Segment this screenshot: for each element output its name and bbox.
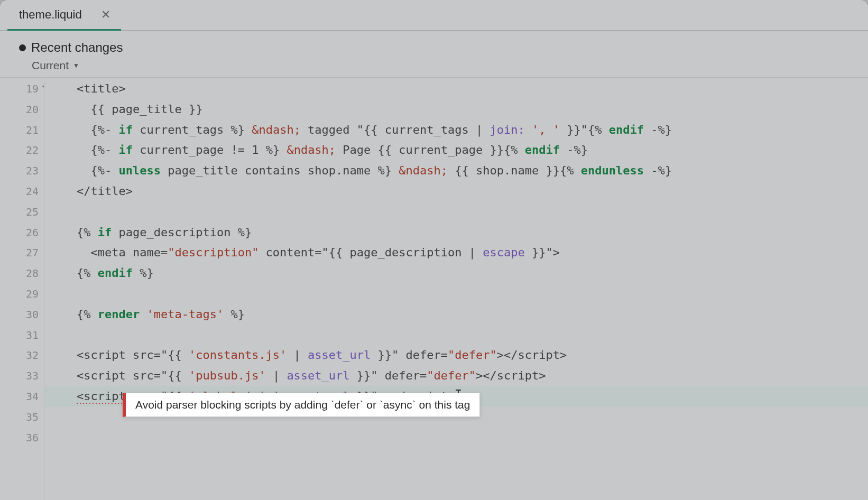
unsaved-dot-icon bbox=[19, 44, 26, 51]
tag: <title> bbox=[77, 82, 126, 95]
caret-down-icon: ▼ bbox=[73, 62, 79, 69]
line-number: 28 bbox=[0, 263, 44, 284]
line-number: 29 bbox=[0, 284, 44, 304]
line-number: 25 bbox=[0, 202, 44, 223]
line-number: 31 bbox=[0, 325, 44, 346]
line-number: 27 bbox=[0, 243, 44, 263]
code-line[interactable] bbox=[44, 284, 868, 304]
line-number-gutter: 19▾ 20 21 22 23 24 25 26 27 28 29 30 31 … bbox=[0, 78, 44, 500]
tab-filename: theme.liquid bbox=[19, 8, 82, 22]
recent-changes-row: Recent changes bbox=[19, 40, 857, 55]
code-line[interactable]: {{ page_title }} bbox=[44, 99, 868, 120]
recent-changes-label: Recent changes bbox=[31, 40, 123, 55]
line-number: 32 bbox=[0, 345, 44, 366]
code-line[interactable]: {% endif %} bbox=[44, 263, 868, 284]
code-line[interactable]: {% if page_description %} bbox=[44, 223, 868, 243]
code-line[interactable] bbox=[44, 325, 868, 346]
file-tab[interactable]: theme.liquid ✕ bbox=[7, 0, 121, 31]
tag: </title> bbox=[77, 184, 133, 198]
line-number: 22 bbox=[0, 140, 44, 161]
close-icon[interactable]: ✕ bbox=[101, 9, 110, 21]
code-line[interactable]: {% render 'meta-tags' %} bbox=[44, 304, 868, 325]
code-editor[interactable]: 19▾ 20 21 22 23 24 25 26 27 28 29 30 31 … bbox=[0, 78, 868, 500]
line-number: 24 bbox=[0, 181, 44, 202]
version-dropdown[interactable]: Current ▼ bbox=[19, 59, 857, 72]
line-number: 30 bbox=[0, 304, 44, 325]
code-line[interactable] bbox=[44, 202, 868, 223]
line-number: 33 bbox=[0, 366, 44, 386]
code-line[interactable]: </title> bbox=[44, 181, 868, 202]
code-line[interactable]: <script src="{{ 'pubsub.js' | asset_url … bbox=[44, 366, 868, 386]
line-number: 21 bbox=[0, 120, 44, 141]
code-line[interactable]: <script src="{{ 'constants.js' | asset_u… bbox=[44, 345, 868, 366]
code-line[interactable]: {%- if current_page != 1 %} &ndash; Page… bbox=[44, 140, 868, 161]
line-number: 23 bbox=[0, 161, 44, 181]
tab-bar: theme.liquid ✕ bbox=[0, 0, 868, 31]
code-line[interactable] bbox=[44, 428, 868, 448]
version-label: Current bbox=[32, 59, 69, 72]
line-number: 35 bbox=[0, 407, 44, 428]
header: Recent changes Current ▼ bbox=[0, 31, 868, 78]
code-line[interactable]: {%- if current_tags %} &ndash; tagged "{… bbox=[44, 120, 868, 141]
code-line[interactable]: <meta name="description" content="{{ pag… bbox=[44, 243, 868, 263]
line-number: 34 bbox=[0, 386, 44, 407]
code-area[interactable]: <title> {{ page_title }} {%- if current_… bbox=[44, 78, 868, 500]
code-line[interactable]: {%- unless page_title contains shop.name… bbox=[44, 161, 868, 181]
line-number: 19▾ bbox=[0, 79, 44, 99]
lint-tooltip: Avoid parser blocking scripts by adding … bbox=[123, 393, 480, 417]
lint-message: Avoid parser blocking scripts by adding … bbox=[135, 399, 470, 411]
line-number: 20 bbox=[0, 99, 44, 120]
code-line[interactable]: <title> bbox=[44, 79, 868, 99]
line-number: 26 bbox=[0, 223, 44, 243]
line-number: 36 bbox=[0, 428, 44, 448]
editor-window: theme.liquid ✕ Recent changes Current ▼ … bbox=[0, 0, 868, 500]
